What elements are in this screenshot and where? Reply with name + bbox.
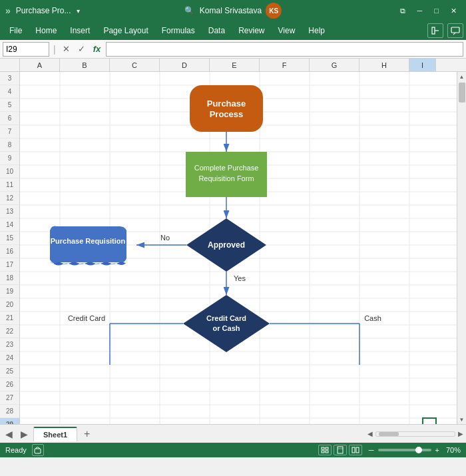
purchase-req-label: Purchase Requisition (51, 237, 126, 245)
col-c[interactable]: C (110, 59, 160, 71)
menu-help[interactable]: Help (302, 23, 332, 38)
minimize-button[interactable]: ─ (413, 5, 427, 16)
row-27: 27 (0, 391, 19, 405)
sheet-tab-1[interactable]: Sheet1 (33, 427, 77, 441)
row-21: 21 (0, 312, 19, 325)
row-22: 22 (0, 325, 19, 338)
svg-rect-0 (432, 27, 435, 34)
svg-rect-55 (356, 447, 359, 453)
normal-view-button[interactable] (318, 445, 332, 455)
column-headers: A B C D E F G H I (0, 59, 466, 72)
process-box-label2: Requisition Form (198, 174, 254, 182)
col-b[interactable]: B (60, 59, 110, 71)
col-d[interactable]: D (160, 59, 210, 71)
menu-insert[interactable]: Insert (63, 23, 97, 38)
formula-input[interactable] (106, 42, 463, 57)
app-logo: » (5, 5, 11, 16)
row-14: 14 (0, 218, 19, 232)
function-icon[interactable]: fx (91, 44, 104, 54)
row-10: 10 (0, 165, 19, 178)
row-23: 23 (0, 338, 19, 352)
status-text: Ready (5, 446, 27, 454)
scroll-down-arrow[interactable]: ▼ (457, 415, 467, 424)
comment-icon[interactable] (447, 23, 463, 38)
accept-icon[interactable]: ✓ (75, 44, 88, 54)
status-left: Ready (5, 444, 318, 456)
svg-rect-49 (326, 447, 328, 449)
zoom-slider[interactable] (378, 449, 431, 451)
menu-review[interactable]: Review (232, 23, 271, 38)
share-icon[interactable] (427, 23, 443, 38)
scroll-up-arrow[interactable]: ▲ (457, 72, 467, 81)
row-8: 8 (0, 138, 19, 152)
bottom-area: ◀ ▶ Sheet1 + ◀ ▶ (0, 424, 466, 443)
right-scrollbar[interactable]: ▲ ▼ (457, 72, 466, 424)
start-box-label2: Process (210, 109, 244, 119)
menu-page-layout[interactable]: Page Layout (97, 23, 154, 38)
page-layout-button[interactable] (334, 445, 347, 455)
row-numbers: 3 4 5 6 7 8 9 10 11 12 13 14 15 16 17 18… (0, 72, 20, 424)
title-chevron[interactable]: ▾ (77, 7, 80, 15)
svg-rect-50 (322, 451, 324, 453)
col-f[interactable]: F (260, 59, 310, 71)
maximize-button[interactable]: □ (430, 5, 443, 16)
scroll-track-v[interactable] (457, 81, 466, 415)
h-scroll-thumb[interactable] (379, 432, 399, 436)
menu-bar: File Home Insert Page Layout Formulas Da… (0, 21, 466, 40)
user-avatar: KS (266, 3, 282, 19)
zoom-in-button[interactable]: + (435, 446, 439, 454)
cancel-icon[interactable]: ✕ (60, 44, 73, 54)
zoom-thumb[interactable] (415, 447, 422, 453)
svg-rect-48 (322, 447, 324, 449)
credit-card-label: Credit Card (68, 314, 105, 322)
row-28: 28 (0, 405, 19, 418)
start-box-label: Purchase (207, 99, 246, 109)
macro-security-icon[interactable] (32, 444, 44, 456)
no-label: No (160, 234, 170, 242)
formula-bar: | ✕ ✓ fx (0, 40, 466, 59)
formula-icons: ✕ ✓ fx (60, 44, 104, 54)
row-26: 26 (0, 378, 19, 391)
col-h[interactable]: H (359, 59, 409, 71)
menu-formulas[interactable]: Formulas (155, 23, 202, 38)
user-name: Komal Srivastava (200, 6, 262, 15)
row-15: 15 (0, 232, 19, 245)
h-scroll-area: ◀ ▶ (97, 430, 463, 437)
start-box (190, 85, 263, 132)
restore-button[interactable]: ⧉ (396, 5, 409, 17)
zoom-level: 70% (446, 446, 461, 454)
menu-view[interactable]: View (272, 23, 302, 38)
search-icon: 🔍 (184, 6, 194, 15)
h-scroll-right[interactable]: ▶ (458, 430, 463, 437)
add-sheet-button[interactable]: + (80, 428, 94, 440)
row-24: 24 (0, 352, 19, 365)
scroll-thumb-v[interactable] (459, 83, 465, 103)
svg-rect-52 (338, 447, 343, 453)
col-e[interactable]: E (210, 59, 260, 71)
svg-rect-54 (352, 447, 355, 453)
col-a[interactable]: A (20, 59, 60, 71)
name-box[interactable] (3, 42, 49, 57)
app-title: Purchase Pro... (16, 6, 71, 15)
row-3: 3 (0, 72, 19, 85)
grid-content[interactable]: Purchase Process Complete Purchase Requi… (20, 72, 457, 424)
menu-file[interactable]: File (3, 23, 29, 38)
sheet-nav-next[interactable]: ▶ (18, 427, 31, 441)
row-19: 19 (0, 285, 19, 298)
h-scroll-left[interactable]: ◀ (367, 430, 373, 437)
menu-data[interactable]: Data (202, 23, 232, 38)
zoom-out-button[interactable]: ─ (369, 446, 374, 454)
svg-rect-51 (326, 451, 328, 453)
user-info: Komal Srivastava KS (200, 3, 282, 19)
page-break-button[interactable] (349, 445, 362, 455)
corner-cell (0, 59, 20, 71)
h-scroll-track[interactable] (375, 431, 455, 437)
menu-home[interactable]: Home (29, 23, 63, 38)
row-12: 12 (0, 192, 19, 205)
close-button[interactable]: ✕ (447, 5, 461, 17)
col-i[interactable]: I (409, 59, 436, 71)
sheet-nav-prev[interactable]: ◀ (3, 427, 15, 441)
cash-label1: Credit Card (206, 314, 246, 322)
col-g[interactable]: G (310, 59, 359, 71)
row-17: 17 (0, 258, 19, 272)
